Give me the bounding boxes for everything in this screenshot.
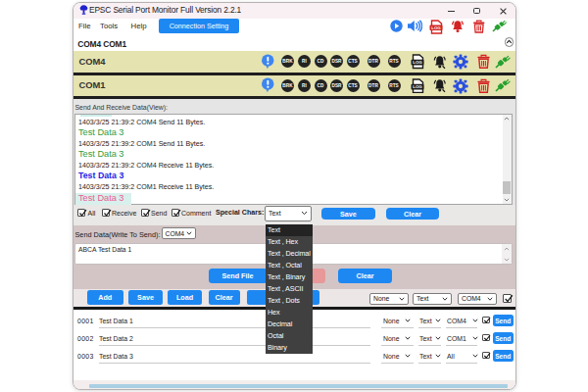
svg-text:LOG: LOG — [413, 60, 422, 65]
svg-text:LOG: LOG — [413, 84, 422, 89]
svg-text:LOG: LOG — [431, 25, 441, 30]
